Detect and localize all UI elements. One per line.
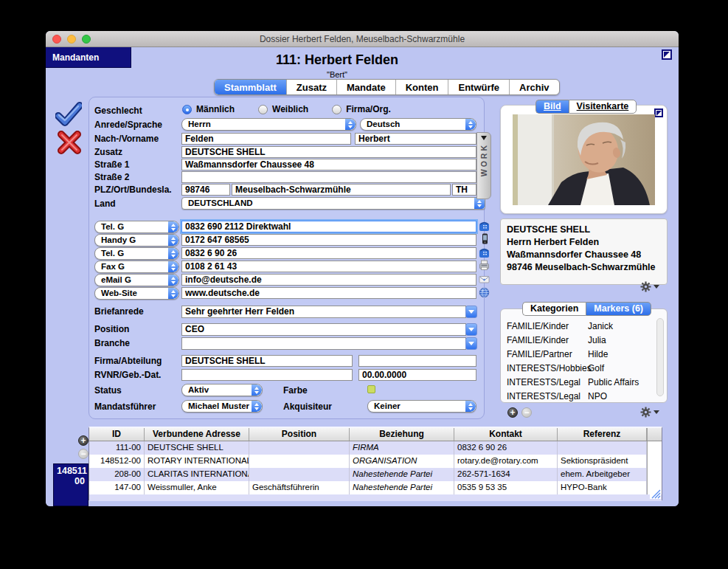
geburtsdatum-field[interactable]: 00.00.0000 [358, 369, 476, 381]
nachname-field[interactable]: Felden [181, 133, 351, 145]
address-actions-menu[interactable] [640, 281, 659, 292]
comm-type-select-6[interactable]: Web-Site [94, 287, 179, 300]
table-scrollbar[interactable] [647, 441, 662, 455]
tab-zusatz[interactable]: Zusatz [286, 80, 336, 94]
globe-icon[interactable] [479, 287, 490, 298]
col-header-kontakt[interactable]: Kontakt [454, 428, 558, 441]
ort-field[interactable]: Meuselbach-Schwarzmühle [232, 184, 451, 196]
strasse1-field[interactable]: Waßmannsdorfer Chaussee 48 [181, 159, 476, 170]
fax-field[interactable]: 0108 2 61 43 [181, 261, 476, 272]
work-address-tab[interactable]: WORK [476, 132, 491, 199]
comm-type-select-3[interactable]: Tel. G [94, 247, 179, 260]
anrede-select[interactable]: Herrn [181, 118, 356, 131]
radio-maennlich[interactable] [182, 105, 192, 114]
comm-type-select-2[interactable]: Handy G [94, 234, 179, 246]
marker-list-item[interactable]: INTERESTS/Legal NPO [507, 390, 652, 404]
tab-entwuerfe[interactable]: Entwürfe [448, 80, 509, 94]
col-header-verbundene-adresse[interactable]: Verbundene Adresse [145, 428, 249, 441]
tab-konten[interactable]: Konten [395, 80, 448, 94]
add-marker-button[interactable]: + [507, 407, 518, 418]
col-header-position[interactable]: Position [249, 428, 350, 441]
marker-list-item[interactable]: FAMILIE/Partner Hilde [507, 348, 652, 362]
table-row[interactable]: 111-00 DEUTSCHE SHELL FIRMA 0832 6 90 26 [89, 441, 662, 455]
table-row[interactable]: 148512-00 ROTARY INTERNATIONAL ORGANISAT… [89, 455, 662, 468]
phone-icon[interactable] [479, 247, 490, 258]
branche-dropdown-button[interactable] [465, 337, 477, 350]
table-scrollbar[interactable] [647, 455, 662, 468]
table-scrollbar[interactable] [647, 468, 662, 481]
col-header-id[interactable]: ID [89, 428, 145, 441]
comm-type-select-1[interactable]: Tel. G [94, 221, 179, 233]
website-field[interactable]: www.deutsche.de [181, 287, 476, 299]
tab-mandate[interactable]: Mandate [336, 80, 395, 94]
strasse2-field[interactable] [181, 171, 476, 183]
marker-list-item[interactable]: FAMILIE/Kinder Janick [507, 320, 652, 334]
marker-category: FAMILIE/Kinder [507, 334, 583, 347]
add-relation-button[interactable]: + [78, 435, 89, 446]
tab-archiv[interactable]: Archiv [509, 80, 558, 94]
marker-list-item[interactable]: INTERESTS/Hobbies Golf [507, 362, 652, 376]
mandatsfuehrer-value: Michael Muster [188, 401, 249, 410]
akquisiteur-select[interactable]: Keiner [367, 400, 476, 413]
email-field[interactable]: info@deutsche.de [181, 274, 476, 286]
marker-list-item[interactable]: INTERESTS/Legal Public Affairs [507, 376, 652, 390]
mobile-icon[interactable] [479, 233, 490, 244]
expand-window-icon[interactable] [662, 49, 672, 60]
briefanrede-dropdown-button[interactable] [465, 306, 477, 318]
email-icon[interactable] [479, 274, 490, 285]
remove-marker-button[interactable]: − [521, 407, 532, 418]
cancel-x-icon[interactable] [56, 130, 83, 155]
close-window-button[interactable] [52, 35, 61, 44]
zoom-window-button[interactable] [82, 35, 91, 44]
briefanrede-field[interactable]: Sehr geehrter Herr Felden [181, 306, 466, 318]
col-header-beziehung[interactable]: Beziehung [350, 428, 454, 441]
tab-kategorien[interactable]: Kategorien [522, 302, 586, 316]
position-field[interactable]: CEO [181, 323, 466, 336]
comm-type-select-4[interactable]: Fax G [94, 261, 179, 273]
plz-field[interactable]: 98746 [181, 184, 230, 196]
confirm-check-icon[interactable] [55, 102, 82, 127]
title-bar[interactable]: Dossier Herbert Felden, Meuselbach-Schwa… [46, 31, 679, 47]
fax-icon[interactable] [479, 260, 490, 271]
markers-scrollbar[interactable] [656, 318, 664, 396]
markers-actions-menu[interactable] [640, 407, 659, 418]
table-row[interactable]: 208-00 CLARITAS INTERNATIONA Nahestehend… [89, 468, 662, 481]
rvnr-field[interactable] [181, 369, 353, 381]
abteilung-field[interactable] [358, 355, 476, 367]
marker-value: Golf [588, 362, 604, 375]
gender-radio-group: Männlich Weiblich Firma/Org. [182, 104, 410, 114]
marker-list-item[interactable]: FAMILIE/Kinder Julia [507, 334, 652, 348]
land-select[interactable]: DEUTSCHLAND [181, 197, 485, 210]
zusatz-field[interactable]: DEUTSCHE SHELL [181, 146, 476, 158]
farbe-color-chip[interactable] [367, 385, 375, 393]
bundesland-field[interactable]: TH [452, 184, 476, 196]
status-select[interactable]: Aktiv [181, 384, 263, 396]
position-dropdown-button[interactable] [465, 323, 477, 336]
radio-weiblich[interactable] [258, 105, 268, 114]
tel1-field[interactable]: 0832 690 2112 Direktwahl [181, 221, 476, 232]
dossier-suffix: 00 [57, 476, 85, 486]
vorname-field[interactable]: Herbert [355, 133, 476, 145]
comm-type-select-5[interactable]: eMail G [94, 274, 179, 286]
firma-field[interactable]: DEUTSCHE SHELL [181, 355, 353, 367]
resize-grip[interactable] [650, 488, 661, 499]
phone-icon[interactable] [479, 221, 490, 232]
table-row[interactable]: 147-00 Weissmuller, Anke Geschäftsführer… [89, 481, 662, 494]
marker-category: INTERESTS/Legal [507, 376, 583, 389]
radio-firma-org[interactable] [332, 105, 342, 114]
mandatsfuehrer-select[interactable]: Michael Muster [181, 400, 263, 413]
col-header-referenz[interactable]: Referenz [558, 428, 647, 441]
remove-relation-button[interactable]: − [78, 449, 89, 459]
minimize-window-button[interactable] [67, 35, 76, 44]
sprache-select[interactable]: Deutsch [360, 118, 476, 131]
radio-weiblich-label: Weiblich [272, 104, 308, 114]
tab-visitenkarte[interactable]: Visitenkarte [569, 100, 637, 114]
handy-field[interactable]: 0172 647 68565 [181, 234, 476, 246]
cell-reference: Sektionspräsident [558, 455, 647, 468]
tab-markers[interactable]: Markers (6) [586, 302, 651, 316]
expand-image-icon[interactable] [654, 108, 663, 117]
tel2-field[interactable]: 0832 6 90 26 [181, 247, 476, 259]
tab-stammblatt[interactable]: Stammblatt [215, 80, 286, 94]
tab-bild[interactable]: Bild [535, 100, 569, 114]
branche-field[interactable] [181, 337, 466, 350]
